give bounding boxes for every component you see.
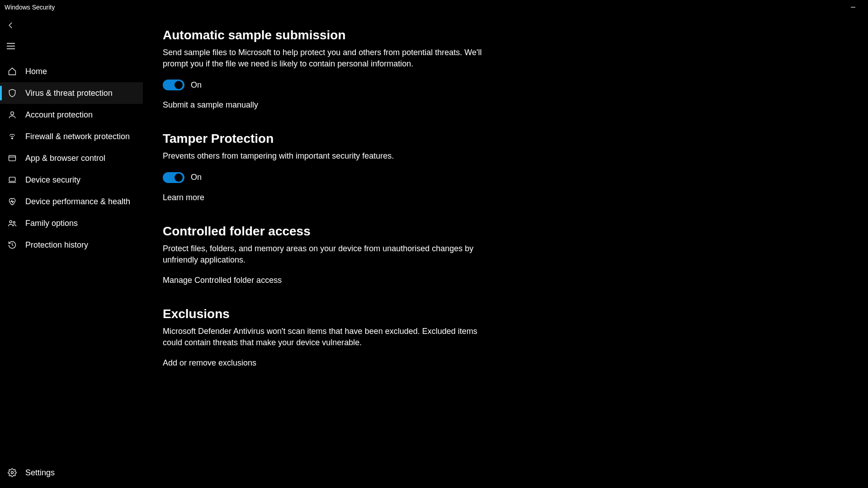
section-tamper: Tamper Protection Prevents others from t… bbox=[163, 131, 488, 202]
sidebar-item-label: App & browser control bbox=[25, 154, 105, 163]
app-icon bbox=[7, 153, 17, 163]
sidebar-item-virus-threat[interactable]: Virus & threat protection bbox=[0, 82, 143, 104]
svg-point-10 bbox=[9, 221, 12, 223]
history-icon bbox=[7, 240, 17, 250]
section-title: Tamper Protection bbox=[163, 131, 488, 146]
shield-icon bbox=[7, 88, 17, 98]
sidebar-item-account[interactable]: Account protection bbox=[0, 104, 143, 126]
svg-point-12 bbox=[11, 472, 14, 474]
section-exclusions: Exclusions Microsoft Defender Antivirus … bbox=[163, 307, 488, 368]
sidebar-item-family[interactable]: Family options bbox=[0, 212, 143, 234]
hamburger-button[interactable] bbox=[0, 37, 22, 55]
minimize-button[interactable] bbox=[843, 0, 863, 14]
heart-pulse-icon bbox=[7, 197, 17, 206]
sidebar-item-label: Protection history bbox=[25, 240, 88, 250]
tamper-toggle[interactable] bbox=[163, 172, 184, 183]
people-icon bbox=[7, 218, 17, 228]
section-desc: Send sample files to Microsoft to help p… bbox=[163, 47, 488, 70]
toggle-state-label: On bbox=[191, 80, 202, 90]
section-title: Controlled folder access bbox=[163, 224, 488, 239]
sidebar-item-performance[interactable]: Device performance & health bbox=[0, 191, 143, 212]
titlebar: Windows Security bbox=[0, 0, 868, 14]
section-title: Automatic sample submission bbox=[163, 28, 488, 42]
svg-rect-6 bbox=[9, 155, 16, 161]
sidebar-item-app-browser[interactable]: App & browser control bbox=[0, 147, 143, 169]
svg-rect-8 bbox=[9, 177, 15, 181]
svg-point-4 bbox=[11, 112, 14, 115]
window-title: Windows Security bbox=[5, 4, 55, 11]
laptop-icon bbox=[7, 175, 17, 185]
sidebar-item-label: Virus & threat protection bbox=[25, 89, 113, 98]
section-desc: Prevents others from tampering with impo… bbox=[163, 150, 488, 162]
svg-point-11 bbox=[13, 221, 15, 223]
auto-sample-toggle[interactable] bbox=[163, 80, 184, 90]
signal-icon bbox=[7, 131, 17, 141]
sidebar-item-label: Settings bbox=[25, 468, 55, 478]
sidebar-item-history[interactable]: Protection history bbox=[0, 234, 143, 256]
tamper-learn-more-link[interactable]: Learn more bbox=[163, 193, 488, 202]
home-icon bbox=[7, 66, 17, 76]
sidebar-item-label: Device performance & health bbox=[25, 197, 130, 206]
submit-sample-link[interactable]: Submit a sample manually bbox=[163, 100, 488, 110]
sidebar-item-settings[interactable]: Settings bbox=[0, 462, 143, 483]
sidebar-item-label: Device security bbox=[25, 175, 80, 185]
sidebar-item-label: Family options bbox=[25, 219, 78, 228]
section-desc: Protect files, folders, and memory areas… bbox=[163, 243, 488, 266]
section-title: Exclusions bbox=[163, 307, 488, 321]
add-remove-exclusions-link[interactable]: Add or remove exclusions bbox=[163, 358, 488, 368]
gear-icon bbox=[7, 468, 17, 478]
back-button[interactable] bbox=[0, 16, 22, 34]
person-icon bbox=[7, 110, 17, 120]
sidebar-item-label: Home bbox=[25, 67, 47, 76]
manage-controlled-folder-link[interactable]: Manage Controlled folder access bbox=[163, 276, 488, 285]
section-auto-sample: Automatic sample submission Send sample … bbox=[163, 28, 488, 110]
sidebar-item-label: Firewall & network protection bbox=[25, 132, 130, 141]
sidebar-item-home[interactable]: Home bbox=[0, 61, 143, 82]
section-controlled-folder: Controlled folder access Protect files, … bbox=[163, 224, 488, 285]
svg-point-5 bbox=[12, 138, 13, 139]
section-desc: Microsoft Defender Antivirus won't scan … bbox=[163, 326, 488, 348]
sidebar-item-device-security[interactable]: Device security bbox=[0, 169, 143, 191]
sidebar-item-firewall[interactable]: Firewall & network protection bbox=[0, 126, 143, 147]
sidebar-item-label: Account protection bbox=[25, 110, 93, 120]
content-area: Automatic sample submission Send sample … bbox=[143, 14, 868, 488]
sidebar: Home Virus & threat protection Account p… bbox=[0, 14, 143, 488]
toggle-state-label: On bbox=[191, 173, 202, 182]
